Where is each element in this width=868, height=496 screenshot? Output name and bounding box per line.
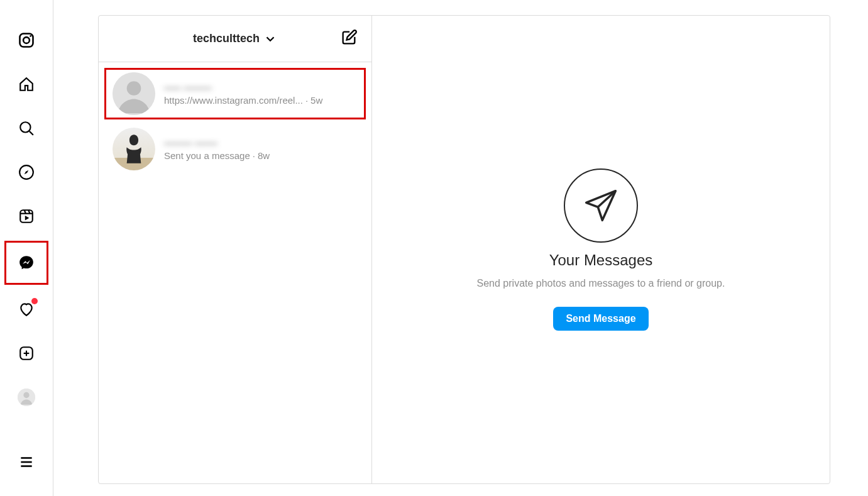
dm-panel: techculttech xyxy=(98,15,830,484)
thread-body: ––– ––––– https://www.instagram.com/reel… xyxy=(164,82,358,106)
thread-user-name: ––– ––––– xyxy=(164,82,358,94)
thread-time: 8w xyxy=(258,150,270,161)
paper-plane-circle-icon xyxy=(564,168,638,243)
chevron-down-icon xyxy=(263,32,277,46)
nav-rail xyxy=(0,0,53,496)
dm-threads-container: ––– ––––– https://www.instagram.com/reel… xyxy=(99,62,371,483)
thread-body: ––––– –––– Sent you a message · 8w xyxy=(164,138,358,161)
home-icon[interactable] xyxy=(11,69,41,99)
svg-point-3 xyxy=(20,122,30,132)
account-switcher[interactable]: techculttech xyxy=(193,32,277,46)
send-message-button[interactable]: Send Message xyxy=(553,307,648,331)
dot-separator: · xyxy=(305,95,308,106)
thread-time: 5w xyxy=(310,95,322,106)
explore-compass-icon[interactable] xyxy=(11,157,41,187)
dm-header: techculttech xyxy=(99,16,371,62)
svg-marker-6 xyxy=(25,170,29,175)
more-menu-icon[interactable] xyxy=(11,447,41,477)
svg-point-21 xyxy=(127,81,141,96)
avatar-placeholder-icon xyxy=(113,72,155,115)
svg-point-16 xyxy=(23,392,29,398)
dm-thread[interactable]: ––––– –––– Sent you a message · 8w xyxy=(99,121,371,177)
search-icon[interactable] xyxy=(11,113,41,143)
thread-preview: https://www.instagram.com/reel... xyxy=(164,95,303,106)
avatar-silhouette-icon xyxy=(113,128,155,170)
notifications-heart-icon[interactable] xyxy=(11,294,41,324)
account-name: techculttech xyxy=(193,32,260,45)
dm-thread[interactable]: ––– ––––– https://www.instagram.com/reel… xyxy=(102,66,368,121)
svg-point-1 xyxy=(23,37,30,43)
empty-title: Your Messages xyxy=(549,251,653,269)
compose-new-message-button[interactable] xyxy=(340,29,358,49)
instagram-logo-icon[interactable] xyxy=(11,25,41,55)
svg-rect-7 xyxy=(20,210,33,223)
dm-empty-state: Your Messages Send private photos and me… xyxy=(372,16,830,483)
messages-icon[interactable] xyxy=(9,245,44,280)
profile-avatar[interactable] xyxy=(11,382,41,412)
dm-thread-list: techculttech xyxy=(99,16,372,483)
svg-line-4 xyxy=(30,131,33,135)
svg-rect-22 xyxy=(113,128,155,170)
svg-point-2 xyxy=(30,35,31,37)
thread-user-name: ––––– –––– xyxy=(164,138,358,149)
reels-icon[interactable] xyxy=(11,201,41,231)
empty-subtitle: Send private photos and messages to a fr… xyxy=(477,278,725,289)
thread-preview: Sent you a message xyxy=(164,150,250,161)
create-plus-icon[interactable] xyxy=(11,338,41,368)
notification-badge xyxy=(31,298,38,304)
dot-separator: · xyxy=(253,150,255,161)
svg-marker-11 xyxy=(25,216,30,221)
